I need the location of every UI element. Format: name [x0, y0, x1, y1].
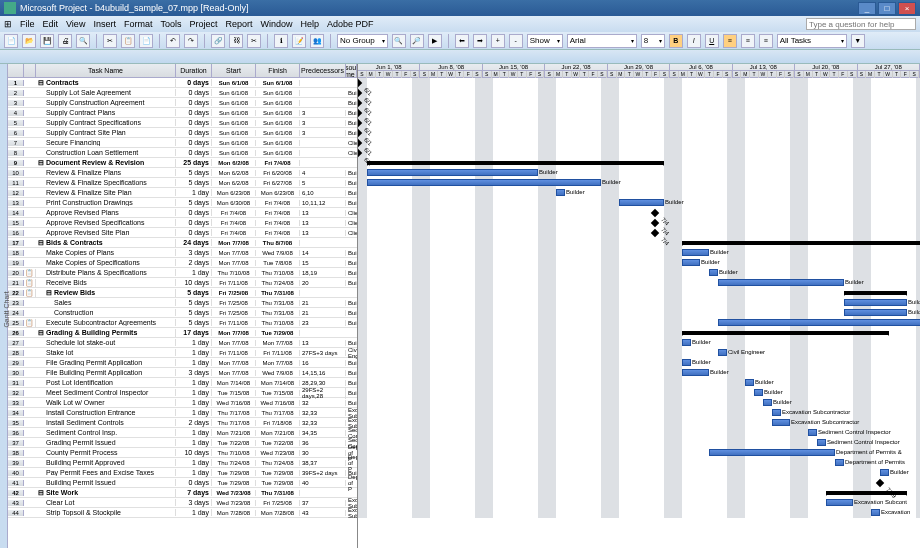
duration-cell[interactable]: 0 days	[176, 89, 212, 96]
task-row[interactable]: 27Schedule lot stake-out1 dayMon 7/7/08M…	[8, 338, 357, 348]
duration-cell[interactable]: 1 day	[176, 389, 212, 396]
predecessors-cell[interactable]: 27FS+3 days	[300, 350, 346, 356]
predecessors-cell[interactable]: 5	[300, 180, 346, 186]
task-name-cell[interactable]: County Permit Process	[36, 449, 176, 456]
row-number[interactable]: 19	[8, 260, 24, 266]
predecessors-cell[interactable]: 13	[300, 230, 346, 236]
outdent-icon[interactable]: ⬅	[455, 34, 469, 48]
row-number[interactable]: 43	[8, 500, 24, 506]
resource-cell[interactable]: Builder	[346, 310, 357, 316]
start-cell[interactable]: Thu 7/24/08	[212, 460, 256, 466]
start-cell[interactable]: Fri 7/25/08	[212, 300, 256, 306]
gantt-row[interactable]: Excavation Subcontractor	[358, 418, 920, 428]
task-name-cell[interactable]: ⊟ Contracts	[36, 79, 176, 87]
finish-cell[interactable]: Mon 7/14/08	[256, 380, 300, 386]
predecessors-cell[interactable]: 28,29,30	[300, 380, 346, 386]
row-number[interactable]: 18	[8, 250, 24, 256]
start-cell[interactable]: Wed 7/23/08	[212, 500, 256, 506]
task-name-cell[interactable]: Execute Subcontractor Agreements	[36, 319, 176, 326]
hide-subtasks-icon[interactable]: -	[509, 34, 523, 48]
duration-cell[interactable]: 1 day	[176, 399, 212, 406]
finish-cell[interactable]: Fri 7/4/08	[256, 220, 300, 226]
finish-cell[interactable]: Tue 7/29/08	[256, 480, 300, 486]
duration-cell[interactable]: 1 day	[176, 509, 212, 516]
task-row[interactable]: 42⊟ Site Work7 daysWed 7/23/08Thu 7/31/0…	[8, 488, 357, 498]
window-icon[interactable]: ⊞	[4, 19, 12, 29]
task-bar[interactable]: Builder	[682, 369, 709, 376]
row-number[interactable]: 36	[8, 430, 24, 436]
duration-cell[interactable]: 3 days	[176, 499, 212, 506]
show-combo[interactable]: Show	[527, 34, 563, 48]
gantt-row[interactable]	[358, 158, 920, 168]
task-row[interactable]: 34Install Construction Entrance1 dayThu …	[8, 408, 357, 418]
font-combo[interactable]: Arial	[567, 34, 637, 48]
start-cell[interactable]: Fri 7/25/08	[212, 290, 256, 296]
row-number[interactable]: 25	[8, 320, 24, 326]
gantt-row[interactable]: 7/4	[358, 228, 920, 238]
duration-cell[interactable]: 5 days	[176, 199, 212, 206]
zoom-out-icon[interactable]: 🔎	[410, 34, 424, 48]
task-bar[interactable]: Builder	[844, 309, 907, 316]
duration-cell[interactable]: 0 days	[176, 149, 212, 156]
task-bar[interactable]: Sediment Control Inspector	[808, 429, 817, 436]
predecessors-cell[interactable]: 23	[300, 320, 346, 326]
goto-icon[interactable]: ▶	[428, 34, 442, 48]
task-row[interactable]: 40Pay Permit Fees and Excise Taxes1 dayT…	[8, 468, 357, 478]
resource-cell[interactable]: Client	[346, 230, 357, 236]
task-row[interactable]: 33Walk Lot w/ Owner1 dayWed 7/16/08Wed 7…	[8, 398, 357, 408]
underline-button[interactable]: U	[705, 34, 719, 48]
duration-cell[interactable]: 0 days	[176, 479, 212, 486]
task-name-cell[interactable]: Stake lot	[36, 349, 176, 356]
task-bar[interactable]: Builder	[709, 269, 718, 276]
resource-cell[interactable]: Builder	[346, 400, 357, 406]
predecessors-cell[interactable]: 29FS+2 days,28	[300, 387, 346, 399]
duration-cell[interactable]: 0 days	[176, 229, 212, 236]
task-row[interactable]: 32Meet Sediment Control Inspector1 dayTu…	[8, 388, 357, 398]
gantt-row[interactable]: 6/1	[358, 128, 920, 138]
gantt-row[interactable]: Excavation	[358, 508, 920, 518]
finish-cell[interactable]: Thu 8/7/08	[256, 240, 300, 246]
row-number[interactable]: 12	[8, 190, 24, 196]
finish-cell[interactable]: Sun 6/1/08	[256, 100, 300, 106]
start-cell[interactable]: Thu 7/10/08	[212, 450, 256, 456]
gantt-row[interactable]: Builder	[358, 388, 920, 398]
row-number[interactable]: 8	[8, 150, 24, 156]
start-cell[interactable]: Fri 7/4/08	[212, 220, 256, 226]
row-number[interactable]: 37	[8, 440, 24, 446]
task-row[interactable]: 29File Grading Permit Application1 dayMo…	[8, 358, 357, 368]
timescale-week[interactable]: Jun 29, '08SMTWTFS	[608, 64, 670, 77]
predecessors-cell[interactable]: 40	[300, 480, 346, 486]
predecessors-cell[interactable]: 34,35	[300, 430, 346, 436]
task-name-cell[interactable]: Supply Contract Specifications	[36, 119, 176, 126]
task-name-cell[interactable]: Secure Financing	[36, 139, 176, 146]
row-number[interactable]: 33	[8, 400, 24, 406]
zoom-in-icon[interactable]: 🔍	[392, 34, 406, 48]
start-cell[interactable]: Thu 7/10/08	[212, 270, 256, 276]
start-cell[interactable]: Mon 6/30/08	[212, 200, 256, 206]
task-bar[interactable]: Civil Engineer	[718, 349, 727, 356]
duration-cell[interactable]: 2 days	[176, 259, 212, 266]
task-name-cell[interactable]: ⊟ Bids & Contracts	[36, 239, 176, 247]
start-cell[interactable]: Sun 6/1/08	[212, 110, 256, 116]
task-row[interactable]: 6Supply Contract Site Plan0 daysSun 6/1/…	[8, 128, 357, 138]
task-name-cell[interactable]: Approve Revised Plans	[36, 209, 176, 216]
task-bar[interactable]: Builder	[745, 379, 754, 386]
start-cell[interactable]: Mon 7/21/08	[212, 430, 256, 436]
finish-cell[interactable]: Thu 7/17/08	[256, 410, 300, 416]
task-bar[interactable]: Builder	[718, 319, 920, 326]
task-row[interactable]: 26⊟ Grading & Building Permits17 daysMon…	[8, 328, 357, 338]
gantt-row[interactable]: 6/1	[358, 98, 920, 108]
start-cell[interactable]: Thu 7/17/08	[212, 420, 256, 426]
task-name-cell[interactable]: Walk Lot w/ Owner	[36, 399, 176, 406]
finish-cell[interactable]: Thu 7/31/08	[256, 310, 300, 316]
minimize-button[interactable]: _	[858, 2, 876, 15]
predecessors-cell[interactable]: 21	[300, 300, 346, 306]
summary-bar[interactable]	[682, 241, 920, 245]
gantt-row[interactable]	[358, 288, 920, 298]
predecessors-cell[interactable]: 18,19	[300, 270, 346, 276]
row-number[interactable]: 7	[8, 140, 24, 146]
gantt-row[interactable]: 6/1	[358, 138, 920, 148]
gantt-row[interactable]: Excavation Subcontractor	[358, 408, 920, 418]
task-row[interactable]: 12Review & Finalize Site Plan1 dayMon 6/…	[8, 188, 357, 198]
open-icon[interactable]: 📂	[22, 34, 36, 48]
